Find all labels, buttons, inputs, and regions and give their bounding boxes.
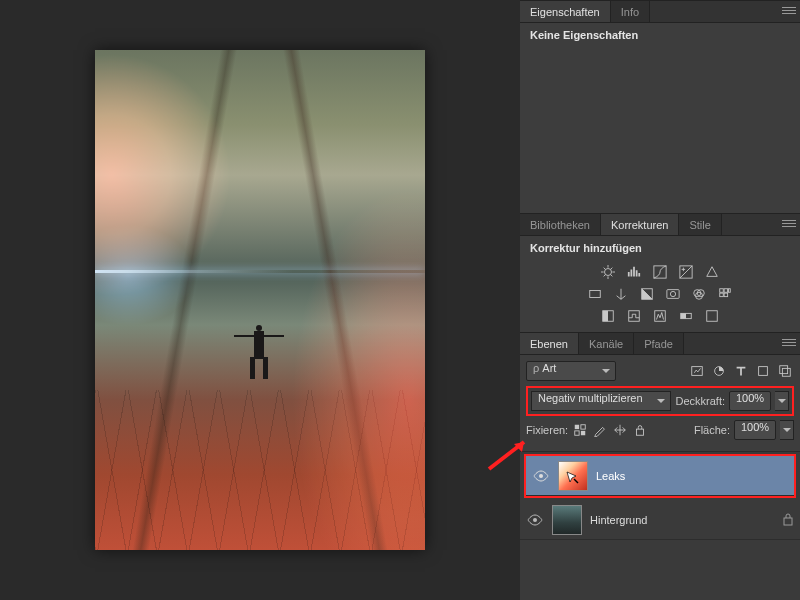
svg-point-0 (605, 269, 612, 276)
canvas-area (0, 0, 520, 600)
svg-rect-20 (681, 313, 686, 318)
adjustment-icons (520, 260, 800, 332)
curves-icon[interactable] (651, 264, 669, 280)
layer-highlight: Leaks (524, 454, 796, 498)
filter-adjustment-icon[interactable] (710, 363, 728, 379)
svg-rect-18 (655, 311, 666, 322)
properties-panel: Eigenschaften Info Keine Eigenschaften (520, 0, 800, 213)
tab-layers[interactable]: Ebenen (520, 333, 579, 354)
tab-paths[interactable]: Pfade (634, 333, 684, 354)
fill-label: Fläche: (694, 424, 730, 436)
levels-icon[interactable] (625, 264, 643, 280)
svg-rect-30 (575, 431, 579, 435)
brightness-contrast-icon[interactable] (599, 264, 617, 280)
layer-row[interactable]: Hintergrund (520, 500, 800, 540)
black-white-icon[interactable] (638, 286, 656, 302)
svg-rect-27 (575, 425, 579, 429)
lock-pixels-icon[interactable] (592, 422, 608, 438)
filter-shape-icon[interactable] (754, 363, 772, 379)
lock-label: Fixieren: (526, 424, 568, 436)
panel-menu-icon[interactable] (782, 218, 796, 230)
tab-adjustments[interactable]: Korrekturen (601, 214, 679, 235)
photo-filter-icon[interactable] (664, 286, 682, 302)
tab-channels[interactable]: Kanäle (579, 333, 634, 354)
layer-name-label[interactable]: Hintergrund (590, 514, 647, 526)
svg-rect-25 (780, 366, 788, 374)
svg-rect-11 (724, 289, 728, 293)
layer-name-label[interactable]: Leaks (596, 470, 625, 482)
tab-libraries[interactable]: Bibliotheken (520, 214, 601, 235)
fill-dropdown-icon[interactable] (780, 420, 794, 440)
document-canvas[interactable] (95, 50, 425, 550)
svg-rect-12 (729, 289, 731, 293)
layer-thumbnail[interactable] (558, 461, 588, 491)
channel-mixer-icon[interactable] (690, 286, 708, 302)
svg-rect-24 (759, 367, 768, 376)
cursor-icon (565, 470, 581, 486)
right-panels: Eigenschaften Info Keine Eigenschaften B… (520, 0, 800, 600)
svg-point-32 (539, 474, 543, 478)
tab-styles[interactable]: Stile (679, 214, 721, 235)
selective-color-icon[interactable] (703, 308, 721, 324)
svg-rect-21 (707, 311, 718, 322)
opacity-label: Deckkraft: (675, 395, 725, 407)
layer-filter-select[interactable]: ρ Art (526, 361, 616, 381)
svg-rect-31 (637, 429, 644, 435)
layer-row[interactable]: Leaks (526, 456, 794, 496)
threshold-icon[interactable] (651, 308, 669, 324)
blend-mode-select[interactable]: Negativ multiplizieren (531, 391, 671, 411)
vibrance-icon[interactable] (703, 264, 721, 280)
no-properties-label: Keine Eigenschaften (530, 29, 790, 41)
svg-rect-14 (724, 293, 728, 297)
svg-point-33 (533, 518, 537, 522)
lock-all-icon[interactable] (632, 422, 648, 438)
posterize-icon[interactable] (625, 308, 643, 324)
image-light-leak-overlay (95, 50, 425, 550)
exposure-icon[interactable] (677, 264, 695, 280)
color-lookup-icon[interactable] (716, 286, 734, 302)
visibility-toggle-icon[interactable] (526, 514, 544, 526)
color-balance-icon[interactable] (612, 286, 630, 302)
panel-menu-icon[interactable] (782, 5, 796, 17)
adjustments-panel: Bibliotheken Korrekturen Stile Korrektur… (520, 213, 800, 332)
svg-rect-28 (581, 431, 585, 435)
svg-rect-3 (590, 291, 601, 298)
add-adjustment-label: Korrektur hinzufügen (520, 236, 800, 260)
layers-panel: Ebenen Kanäle Pfade ρ Art Negativ mul (520, 332, 800, 600)
svg-rect-13 (720, 293, 724, 297)
opacity-field[interactable]: 100% (729, 391, 771, 411)
tab-properties[interactable]: Eigenschaften (520, 1, 611, 22)
tab-info[interactable]: Info (611, 1, 650, 22)
layer-thumbnail[interactable] (552, 505, 582, 535)
svg-rect-17 (629, 311, 640, 322)
svg-point-6 (670, 291, 675, 296)
visibility-toggle-icon[interactable] (532, 470, 550, 482)
panel-menu-icon[interactable] (782, 337, 796, 349)
lock-position-icon[interactable] (612, 422, 628, 438)
invert-icon[interactable] (599, 308, 617, 324)
svg-rect-26 (782, 368, 790, 376)
hue-saturation-icon[interactable] (586, 286, 604, 302)
svg-rect-29 (581, 425, 585, 429)
svg-rect-16 (603, 311, 608, 322)
gradient-map-icon[interactable] (677, 308, 695, 324)
filter-smart-icon[interactable] (776, 363, 794, 379)
lock-transparency-icon[interactable] (572, 422, 588, 438)
filter-pixel-icon[interactable] (688, 363, 706, 379)
fill-field[interactable]: 100% (734, 420, 776, 440)
svg-rect-34 (784, 518, 792, 525)
filter-type-icon[interactable] (732, 363, 750, 379)
blend-mode-highlight: Negativ multiplizieren Deckkraft: 100% (526, 386, 794, 416)
layer-list: Leaks Hintergrund (520, 452, 800, 600)
svg-rect-10 (720, 289, 724, 293)
opacity-dropdown-icon[interactable] (775, 391, 789, 411)
lock-indicator-icon (782, 512, 794, 528)
